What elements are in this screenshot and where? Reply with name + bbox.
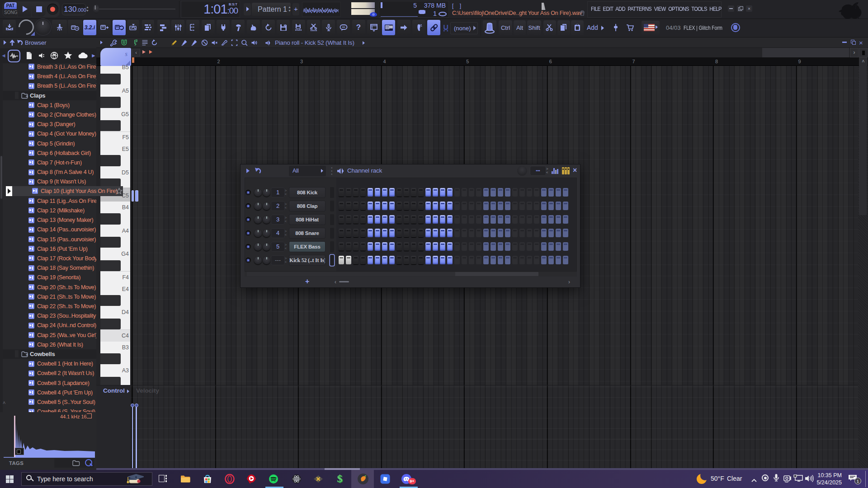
svg-text:$: $ — [337, 474, 343, 484]
